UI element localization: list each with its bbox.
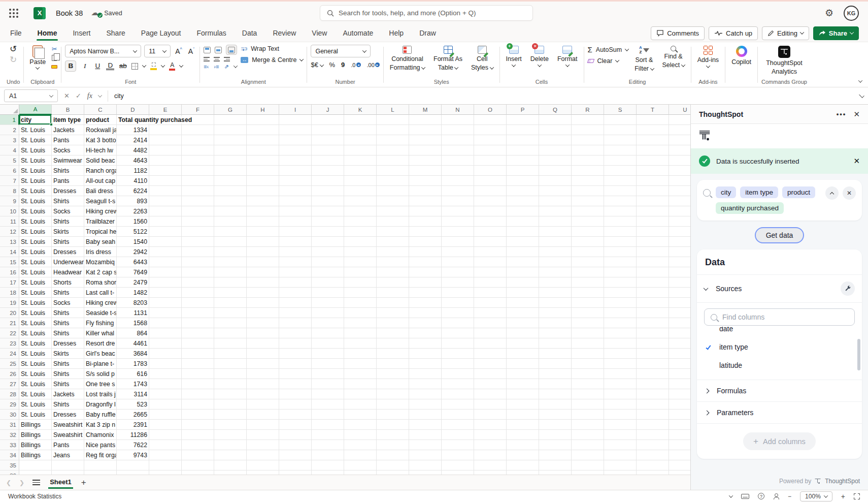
cell-G25[interactable] — [214, 359, 247, 369]
cell-T29[interactable] — [637, 399, 669, 410]
cell-G32[interactable] — [214, 430, 247, 440]
cell-Q22[interactable] — [539, 328, 572, 338]
cell-D35[interactable] — [117, 460, 149, 470]
row-header-4[interactable]: 4 — [0, 145, 19, 155]
tab-help[interactable]: Help — [388, 25, 405, 41]
cell-P15[interactable] — [507, 257, 539, 267]
cell-K32[interactable] — [344, 430, 377, 440]
cell-I20[interactable] — [279, 308, 312, 318]
cell-M21[interactable] — [409, 318, 442, 328]
cell-R20[interactable] — [572, 308, 604, 318]
cell-P8[interactable] — [507, 186, 539, 196]
column-header-l[interactable]: L — [377, 105, 409, 115]
cell-U18[interactable] — [669, 288, 690, 298]
cell-K28[interactable] — [344, 389, 377, 399]
list-scrollbar[interactable] — [857, 339, 860, 370]
cell-T31[interactable] — [637, 420, 669, 430]
sources-expander[interactable]: Sources — [697, 275, 862, 303]
cell-U4[interactable] — [669, 145, 690, 155]
cell-S26[interactable] — [604, 369, 637, 379]
cell-C31[interactable]: Kat 3 zip n — [84, 420, 117, 430]
cell-P2[interactable] — [507, 125, 539, 135]
cell-A5[interactable]: St. Louis — [19, 155, 52, 166]
row-header-10[interactable]: 10 — [0, 206, 19, 216]
cell-D16[interactable]: 7649 — [117, 267, 149, 277]
row-header-18[interactable]: 18 — [0, 288, 19, 298]
clear-button[interactable]: Clear — [588, 57, 629, 65]
cell-K19[interactable] — [344, 298, 377, 308]
cell-N35[interactable] — [442, 460, 474, 470]
format-cells-button[interactable]: Format — [555, 45, 580, 68]
cell-L24[interactable] — [377, 349, 409, 359]
insert-cells-button[interactable]: + Insert — [504, 45, 524, 68]
cell-H8[interactable] — [247, 186, 279, 196]
cell-U3[interactable] — [669, 135, 690, 145]
cell-O22[interactable] — [474, 328, 507, 338]
cell-N27[interactable] — [442, 379, 474, 389]
cell-N25[interactable] — [442, 359, 474, 369]
cell-K15[interactable] — [344, 257, 377, 267]
copilot-button[interactable]: Copilot — [729, 45, 754, 67]
cell-D7[interactable]: 4110 — [117, 176, 149, 186]
column-header-q[interactable]: Q — [539, 105, 572, 115]
cell-E30[interactable] — [149, 410, 182, 420]
cell-S4[interactable] — [604, 145, 637, 155]
cell-B18[interactable]: Shirts — [52, 288, 84, 298]
cell-C29[interactable]: Dragonfly l — [84, 399, 117, 410]
cell-F2[interactable] — [182, 125, 214, 135]
cell-S9[interactable] — [604, 196, 637, 206]
tab-draw[interactable]: Draw — [418, 25, 437, 41]
cell-I19[interactable] — [279, 298, 312, 308]
cell-H22[interactable] — [247, 328, 279, 338]
cell-T6[interactable] — [637, 166, 669, 176]
cell-M16[interactable] — [409, 267, 442, 277]
autosum-button[interactable]: Σ AutoSum — [588, 46, 629, 53]
cell-Q24[interactable] — [539, 349, 572, 359]
cell-I8[interactable] — [279, 186, 312, 196]
cell-N26[interactable] — [442, 369, 474, 379]
cell-R35[interactable] — [572, 460, 604, 470]
cell-F19[interactable] — [182, 298, 214, 308]
cell-I12[interactable] — [279, 227, 312, 237]
search-token-city[interactable]: city — [716, 186, 736, 198]
cell-B19[interactable]: Socks — [52, 298, 84, 308]
cell-H32[interactable] — [247, 430, 279, 440]
cell-U20[interactable] — [669, 308, 690, 318]
cell-U28[interactable] — [669, 389, 690, 399]
row-header-29[interactable]: 29 — [0, 399, 19, 410]
cell-T10[interactable] — [637, 206, 669, 216]
cell-E27[interactable] — [149, 379, 182, 389]
cell-K18[interactable] — [344, 288, 377, 298]
row-header-14[interactable]: 14 — [0, 247, 19, 257]
cell-F5[interactable] — [182, 155, 214, 166]
cell-C27[interactable]: One tree s — [84, 379, 117, 389]
cell-A13[interactable]: St. Louis — [19, 237, 52, 247]
cell-O12[interactable] — [474, 227, 507, 237]
get-data-button[interactable]: Get data — [755, 227, 805, 243]
italic-button[interactable]: I — [81, 62, 89, 71]
cell-E2[interactable] — [149, 125, 182, 135]
cell-T36[interactable] — [637, 470, 669, 475]
row-header-24[interactable]: 24 — [0, 349, 19, 359]
cell-O30[interactable] — [474, 410, 507, 420]
cell-R2[interactable] — [572, 125, 604, 135]
cell-P22[interactable] — [507, 328, 539, 338]
cell-F10[interactable] — [182, 206, 214, 216]
cell-U1[interactable] — [669, 115, 690, 125]
cell-F28[interactable] — [182, 389, 214, 399]
tab-page-layout[interactable]: Page Layout — [140, 25, 182, 41]
cell-B5[interactable]: Swimwear — [52, 155, 84, 166]
cell-A19[interactable]: St. Louis — [19, 298, 52, 308]
cell-N28[interactable] — [442, 389, 474, 399]
cell-G6[interactable] — [214, 166, 247, 176]
cell-S13[interactable] — [604, 237, 637, 247]
cell-E5[interactable] — [149, 155, 182, 166]
cell-S19[interactable] — [604, 298, 637, 308]
cell-D23[interactable]: 4461 — [117, 338, 149, 349]
cell-M1[interactable] — [409, 115, 442, 125]
cell-S16[interactable] — [604, 267, 637, 277]
cell-K27[interactable] — [344, 379, 377, 389]
addins-button[interactable]: Add-ins — [695, 45, 721, 69]
grow-font-button[interactable]: A^ — [174, 47, 184, 55]
cell-U10[interactable] — [669, 206, 690, 216]
